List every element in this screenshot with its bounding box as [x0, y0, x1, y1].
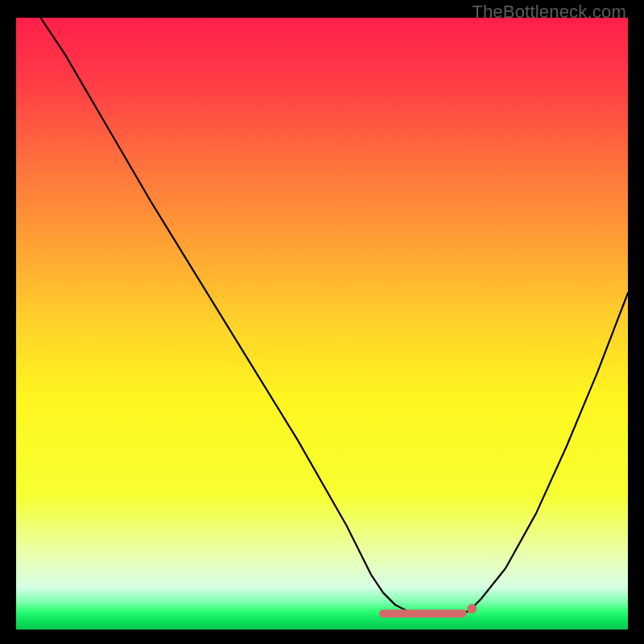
optimal-point-dot [467, 604, 477, 613]
gradient-background [16, 18, 628, 630]
chart-frame [16, 18, 628, 630]
watermark-text: TheBottleneck.com [472, 2, 626, 23]
chart-canvas [16, 18, 628, 630]
